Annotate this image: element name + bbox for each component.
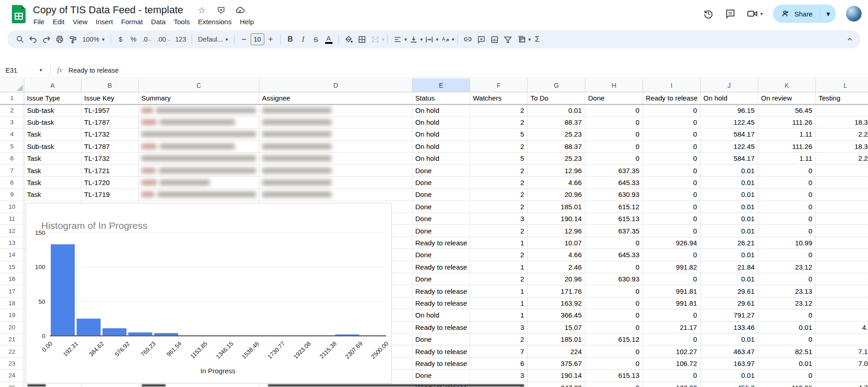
cell-J21[interactable]: 0.01 [701, 334, 758, 345]
cell-K17[interactable]: 23.13 [758, 285, 816, 297]
cell-A2[interactable]: Sub-task [24, 104, 81, 116]
row-header-21[interactable]: 21 [0, 334, 24, 345]
video-call-caret-icon[interactable]: ▾ [760, 11, 763, 16]
cell-L16[interactable]: 0 [816, 273, 868, 285]
row-header-11[interactable]: 11 [0, 213, 24, 225]
paint-format-icon[interactable] [66, 33, 80, 46]
cell-G1[interactable]: To Do [528, 92, 585, 104]
increase-decimal-button[interactable]: .00→ [155, 33, 173, 46]
filter-icon[interactable] [501, 33, 514, 46]
cell-F24[interactable]: 3 [470, 370, 528, 382]
cell-K5[interactable]: 111.26 [758, 141, 816, 153]
cell-I7[interactable]: 0 [643, 164, 701, 176]
avatar[interactable] [846, 6, 862, 21]
column-header-A[interactable]: A [24, 79, 81, 92]
horizontal-align-button[interactable] [391, 33, 404, 46]
cell-E12[interactable]: Done [413, 225, 470, 237]
cell-I12[interactable]: 0 [643, 225, 701, 237]
cell-F12[interactable]: 2 [470, 225, 528, 237]
cell-F18[interactable]: 1 [470, 297, 528, 309]
cell-L6[interactable]: 2.23 [816, 153, 868, 164]
insert-chart-icon[interactable] [488, 33, 501, 46]
row-header-22[interactable]: 22 [0, 345, 24, 357]
cell-H9[interactable]: 630.93 [585, 189, 643, 201]
cell-J5[interactable]: 122.45 [701, 141, 758, 153]
text-rotation-button[interactable]: A [439, 33, 452, 46]
redacted-assignee-5[interactable] [259, 141, 413, 153]
cell-F22[interactable]: 7 [470, 345, 528, 357]
row-header-1[interactable]: 1 [0, 92, 24, 104]
redacted-assignee-8[interactable] [259, 177, 413, 189]
cell-I22[interactable]: 102.27 [643, 345, 701, 357]
cell-L25[interactable]: 4.71 [816, 382, 868, 387]
increase-font-size-button[interactable]: + [264, 33, 277, 46]
cell-F11[interactable]: 3 [470, 213, 528, 225]
redacted-assignee-3[interactable] [259, 117, 413, 128]
cell-F1[interactable]: Watchers [470, 92, 528, 104]
cell-K12[interactable]: 0 [758, 225, 816, 237]
cell-G25[interactable]: 247.89 [528, 382, 585, 387]
row-header-16[interactable]: 16 [0, 273, 24, 285]
font-size-input[interactable]: 10 [251, 33, 264, 45]
column-header-G[interactable]: G [528, 79, 585, 92]
cell-I15[interactable]: 991.82 [643, 261, 701, 273]
cell-G16[interactable]: 20.96 [528, 273, 585, 285]
row-header-19[interactable]: 19 [0, 309, 24, 321]
cell-G19[interactable]: 366.45 [528, 309, 585, 321]
video-call-button[interactable]: ▾ [746, 8, 763, 20]
cell-H4[interactable]: 0 [585, 128, 643, 140]
cell-J15[interactable]: 21.84 [701, 261, 758, 273]
cell-F19[interactable]: 1 [470, 309, 528, 321]
menu-view[interactable]: View [69, 16, 91, 27]
cell-E2[interactable]: On hold [413, 104, 470, 116]
cell-B9[interactable]: TL-1719 [81, 189, 139, 201]
cell-J10[interactable]: 0.01 [701, 201, 758, 213]
cell-L13[interactable]: 0 [816, 237, 868, 249]
cell-G12[interactable]: 12.96 [528, 225, 585, 237]
cell-I13[interactable]: 926.94 [643, 237, 701, 249]
redacted-summary-8[interactable] [139, 177, 259, 189]
redacted-assignee-9[interactable] [259, 189, 413, 201]
row-header-13[interactable]: 13 [0, 237, 24, 249]
cell-I6[interactable]: 0 [643, 153, 701, 164]
formula-input[interactable]: Ready to release [69, 67, 119, 74]
cell-F16[interactable]: 2 [470, 273, 528, 285]
cell-L17[interactable]: 0 [816, 285, 868, 297]
cell-E16[interactable]: Done [413, 273, 470, 285]
cell-H12[interactable]: 637.35 [585, 225, 643, 237]
cell-J6[interactable]: 584.17 [701, 153, 758, 164]
cell-J13[interactable]: 26.21 [701, 237, 758, 249]
cell-F3[interactable]: 2 [470, 117, 528, 128]
cell-J9[interactable]: 0.01 [701, 189, 758, 201]
cell-G2[interactable]: 0.01 [528, 104, 585, 116]
cell-E13[interactable]: Ready to release [413, 237, 470, 249]
redacted-summary-2[interactable] [139, 104, 259, 116]
cell-E5[interactable]: On hold [413, 141, 470, 153]
redacted-summary-9[interactable] [139, 189, 259, 201]
cell-H5[interactable]: 0 [585, 141, 643, 153]
row-header-8[interactable]: 8 [0, 177, 24, 189]
cell-H24[interactable]: 615.13 [585, 370, 643, 382]
insert-link-icon[interactable] [461, 33, 475, 46]
cell-L20[interactable]: 4.8 [816, 322, 868, 334]
table-views-icon[interactable] [514, 33, 528, 46]
cell-J17[interactable]: 29.61 [701, 285, 758, 297]
cell-E9[interactable]: Done [413, 189, 470, 201]
cell-I23[interactable]: 106.72 [643, 358, 701, 370]
row-header-2[interactable]: 2 [0, 104, 24, 116]
row-header-12[interactable]: 12 [0, 225, 24, 237]
cell-G13[interactable]: 10.07 [528, 237, 585, 249]
cell-L12[interactable]: 0 [816, 225, 868, 237]
cell-I1[interactable]: Ready to release [643, 92, 701, 104]
insert-comment-icon[interactable] [475, 33, 488, 46]
cell-K11[interactable]: 0 [758, 213, 816, 225]
cell-G18[interactable]: 163.92 [528, 297, 585, 309]
cell-L8[interactable]: 0 [816, 177, 868, 189]
cell-K21[interactable]: 0 [758, 334, 816, 345]
text-wrap-caret-icon[interactable]: ▾ [436, 37, 439, 42]
cell-J16[interactable]: 0.01 [701, 273, 758, 285]
cell-L1[interactable]: Testing [816, 92, 868, 104]
cell-J2[interactable]: 96.15 [701, 104, 758, 116]
cell-L4[interactable]: 2.23 [816, 128, 868, 140]
cell-J23[interactable]: 163.97 [701, 358, 758, 370]
